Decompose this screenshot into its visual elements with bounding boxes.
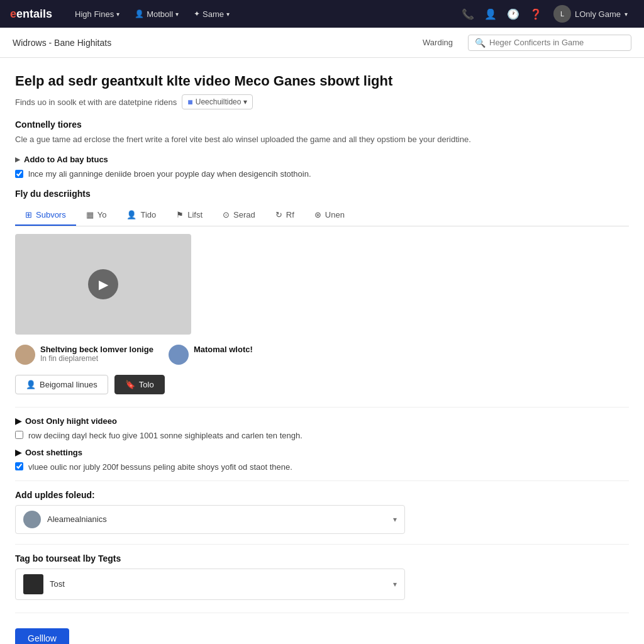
tab-lifst-label: Lifst bbox=[187, 210, 203, 219]
post-checkbox-2[interactable] bbox=[15, 462, 23, 470]
beigomal-button[interactable]: 👤 Beigomal linues bbox=[15, 375, 108, 394]
chevron-down-icon-2: ▾ bbox=[175, 11, 179, 18]
tido-icon: 👤 bbox=[126, 210, 136, 219]
tag-section-label: Tag bo tourseat lby Tegts bbox=[15, 553, 629, 564]
triangle-right-icon: ▶ bbox=[15, 156, 20, 163]
help-icon-btn[interactable]: ❓ bbox=[525, 3, 547, 25]
divider-1 bbox=[15, 407, 629, 408]
post-checkbox-1-label: row deciing dayl heck fuo give 1001 sonn… bbox=[28, 431, 303, 440]
subtitle-text: Finds uo in soolk et with are datetpine … bbox=[15, 97, 177, 107]
breadcrumb: Widrows - Bane Highitats bbox=[13, 38, 413, 48]
tab-lifst[interactable]: ⚑ Lifst bbox=[166, 205, 213, 226]
post-section-2-label: Oost shettings bbox=[25, 448, 82, 457]
post-checkbox-row-2: vluee oulic nor jubly 200f bessuns pelin… bbox=[15, 462, 629, 472]
tab-bar: ⊞ Subvors ▦ Yo 👤 Tido ⚑ Lifst ⊙ Serad ↻ … bbox=[15, 205, 629, 226]
pill-chevron-icon: ▾ bbox=[243, 97, 247, 106]
user-menu[interactable]: L LOnly Game ▾ bbox=[547, 5, 634, 23]
tab-rf[interactable]: ↻ Rf bbox=[265, 205, 304, 226]
divider-2 bbox=[15, 480, 629, 481]
same-icon: ✦ bbox=[194, 9, 200, 18]
tab-subvors[interactable]: ⊞ Subvors bbox=[15, 205, 76, 226]
play-button[interactable]: ▶ bbox=[88, 269, 118, 299]
nav-high-fines-label: High Fines bbox=[75, 9, 114, 19]
clock-icon-btn[interactable]: 🕐 bbox=[502, 3, 525, 25]
avatar: L bbox=[553, 5, 571, 23]
section1-title: Contnelly tiores bbox=[15, 119, 629, 130]
brand-logo[interactable]: eentails bbox=[10, 8, 52, 21]
dropdown-2-text: Tost bbox=[50, 579, 387, 589]
serad-icon: ⊙ bbox=[223, 210, 230, 219]
yo-icon: ▦ bbox=[86, 210, 94, 219]
author-2-info: Matomal wlotc! bbox=[194, 345, 253, 354]
post-checkbox-row-1: row deciing dayl heck fuo give 1001 sonn… bbox=[15, 431, 629, 440]
user-icon-btn[interactable]: 👤 bbox=[479, 3, 502, 25]
search-icon: 🔍 bbox=[475, 38, 486, 48]
divider-3 bbox=[15, 544, 629, 545]
subtitle-row: Finds uo in soolk et with are datetpine … bbox=[15, 94, 629, 109]
search-box[interactable]: 🔍 bbox=[468, 35, 631, 51]
tab-yo[interactable]: ▦ Yo bbox=[76, 205, 117, 226]
triangle-icon-3: ▶ bbox=[15, 448, 21, 457]
continue-button[interactable]: Gelllow bbox=[15, 628, 69, 645]
dropdown-chevron-icon: ▾ bbox=[393, 515, 397, 524]
user-name: LOnly Game bbox=[575, 9, 621, 19]
search-input[interactable] bbox=[489, 38, 625, 47]
secondary-bar: Widrows - Bane Highitats Warding 🔍 bbox=[0, 28, 644, 58]
nav-same[interactable]: ✦ Same ▾ bbox=[186, 0, 237, 28]
post-section-2-header[interactable]: ▶ Oost shettings bbox=[15, 448, 629, 457]
author-1: Sheltving beck lomver lonige In fin diep… bbox=[15, 345, 153, 365]
action-btn-row: 👤 Beigomal linues 🔖 Tolo bbox=[15, 375, 629, 394]
post-checkbox-1[interactable] bbox=[15, 431, 23, 439]
tab-unen[interactable]: ⊛ Unen bbox=[304, 205, 355, 226]
post-section-1-header[interactable]: ▶ Oost Only hiight videeo bbox=[15, 416, 629, 426]
tab-serad[interactable]: ⊙ Serad bbox=[213, 205, 265, 226]
tag-section: Tag bo tourseat lby Tegts Tost ▾ bbox=[15, 553, 629, 600]
checkbox-1-label: lnce my ali ganninge deniide broen your … bbox=[28, 169, 311, 179]
author-1-name: Sheltving beck lomver lonige bbox=[40, 345, 153, 354]
video-thumbnail[interactable]: ▶ bbox=[15, 234, 191, 335]
author-2-avatar bbox=[169, 345, 189, 365]
chevron-down-icon: ▾ bbox=[116, 11, 119, 18]
author-2-name: Matomal wlotc! bbox=[194, 345, 253, 354]
tab-yo-label: Yo bbox=[97, 210, 107, 219]
tag-dropdown[interactable]: Tost ▾ bbox=[15, 569, 405, 600]
subvors-icon: ⊞ bbox=[25, 210, 32, 219]
checkbox-1[interactable] bbox=[15, 170, 23, 178]
post-checkbox-2-label: vluee oulic nor jubly 200f bessuns pelin… bbox=[28, 462, 292, 472]
dropdown-pill[interactable]: ■ Ueechuiltideo ▾ bbox=[182, 94, 253, 109]
tag-thumbnail bbox=[23, 574, 43, 594]
author-1-info: Sheltving beck lomver lonige In fin diep… bbox=[40, 345, 153, 363]
tab-rf-label: Rf bbox=[286, 210, 294, 219]
tab-tido-label: Tido bbox=[140, 210, 156, 219]
main-content: Eelp ad sedr geantxult klte video Meco G… bbox=[0, 58, 644, 644]
author-row: Sheltving beck lomver lonige In fin diep… bbox=[15, 345, 629, 365]
tab-tido[interactable]: 👤 Tido bbox=[116, 205, 166, 226]
page-title: Eelp ad sedr geantxult klte video Meco G… bbox=[15, 73, 629, 89]
collapsible-label-1: Addo to Ad bay btucs bbox=[24, 155, 108, 164]
phone-icon-btn[interactable]: 📞 bbox=[457, 3, 479, 25]
rf-icon: ↻ bbox=[275, 210, 282, 219]
section1-desc: Cle a gue tame ad erclose the fnert writ… bbox=[15, 133, 629, 146]
nav-motboll[interactable]: 👤 Motboll ▾ bbox=[127, 0, 186, 28]
triangle-icon-2: ▶ bbox=[15, 416, 21, 426]
motboll-icon: 👤 bbox=[135, 9, 144, 18]
warding-label: Warding bbox=[423, 38, 453, 47]
tolo-button[interactable]: 🔖 Tolo bbox=[114, 375, 165, 394]
tab-unen-label: Unen bbox=[325, 210, 345, 219]
dropdown-avatar bbox=[23, 511, 41, 528]
add-uploads-label: Add upldes foleud: bbox=[15, 490, 629, 500]
user-chevron-icon: ▾ bbox=[625, 11, 628, 18]
dropdown-1-text: Aleamealnianics bbox=[47, 514, 387, 524]
collapsible-header-1[interactable]: ▶ Addo to Ad bay btucs bbox=[15, 155, 629, 164]
fly-section-title: Fly du descriights bbox=[15, 189, 629, 199]
continue-label: Gelllow bbox=[28, 633, 57, 643]
add-uploads-dropdown[interactable]: Aleamealnianics ▾ bbox=[15, 505, 405, 534]
nav-same-label: Same bbox=[203, 9, 224, 19]
dropdown-2-chevron-icon: ▾ bbox=[393, 580, 397, 589]
author-1-avatar bbox=[15, 345, 35, 365]
nav-high-fines[interactable]: High Fines ▾ bbox=[67, 0, 127, 28]
chevron-down-icon-3: ▾ bbox=[226, 11, 230, 18]
nav-motboll-label: Motboll bbox=[147, 9, 173, 19]
lifst-icon: ⚑ bbox=[176, 210, 184, 219]
divider-4 bbox=[15, 613, 629, 613]
